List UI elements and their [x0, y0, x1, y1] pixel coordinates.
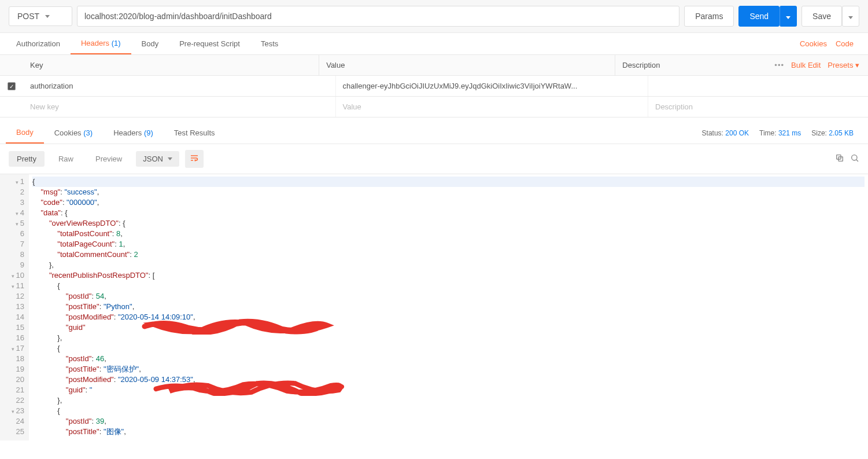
method-select[interactable]: POST: [9, 6, 72, 26]
json-content[interactable]: { "msg": "success", "code": "000000", "d…: [29, 174, 868, 440]
col-desc: Description: [615, 55, 766, 75]
tab-headers[interactable]: Headers (1): [71, 33, 131, 54]
col-key: Key: [23, 55, 319, 75]
wrap-icon[interactable]: [185, 150, 204, 168]
header-row-1[interactable]: ✓ authorization challenger-eyJhbGciOiJIU…: [0, 76, 868, 97]
headers-table-header: Key Value Description ••• Bulk Edit Pres…: [0, 55, 868, 76]
header-key[interactable]: authorization: [23, 76, 336, 96]
col-value: Value: [319, 55, 615, 75]
code-link[interactable]: Code: [836, 39, 854, 48]
header-desc[interactable]: [648, 80, 868, 92]
tab-prerequest[interactable]: Pre-request Script: [169, 34, 250, 54]
request-url-bar: POST Params Send Save: [0, 0, 868, 33]
resp-tab-headers[interactable]: Headers (9): [103, 123, 164, 143]
url-input[interactable]: [77, 6, 679, 27]
send-caret-button[interactable]: [780, 6, 797, 27]
request-tabs: Authorization Headers (1) Body Pre-reque…: [0, 33, 868, 55]
header-value[interactable]: challenger-eyJhbGciOiJIUzUxMiJ9.eyJqdGki…: [336, 76, 649, 96]
tab-tests[interactable]: Tests: [250, 34, 289, 54]
search-icon[interactable]: [850, 153, 859, 164]
response-viewer-bar: Pretty Raw Preview JSON: [0, 144, 868, 174]
time-display: Time: 321 ms: [759, 129, 801, 137]
tab-headers-count: (1): [112, 39, 121, 47]
new-value-input[interactable]: Value: [336, 97, 649, 117]
chevron-down-icon: [786, 16, 791, 19]
cookies-link[interactable]: Cookies: [800, 39, 827, 48]
save-caret-button[interactable]: [842, 6, 859, 27]
format-select[interactable]: JSON: [136, 151, 179, 167]
resp-tab-testresults[interactable]: Test Results: [164, 123, 226, 143]
line-gutter: 12345 678910 1112131415 1617181920 21222…: [0, 174, 29, 440]
response-body: 12345 678910 1112131415 1617181920 21222…: [0, 174, 868, 440]
raw-button[interactable]: Raw: [50, 151, 82, 167]
new-desc-input[interactable]: Description: [648, 97, 868, 117]
more-icon[interactable]: •••: [774, 61, 784, 69]
copy-icon[interactable]: [835, 153, 844, 164]
tab-authorization[interactable]: Authorization: [6, 34, 71, 54]
size-display: Size: 2.05 KB: [811, 129, 854, 137]
response-tabs: Body Cookies (3) Headers (9) Test Result…: [0, 122, 868, 144]
send-button[interactable]: Send: [738, 6, 780, 27]
save-button[interactable]: Save: [801, 6, 842, 27]
header-row-new[interactable]: New key Value Description: [0, 97, 868, 117]
status-display: Status: 200 OK: [702, 129, 749, 137]
new-key-input[interactable]: New key: [23, 97, 336, 117]
resp-tab-body[interactable]: Body: [6, 122, 44, 144]
presets-link[interactable]: Presets ▾: [828, 61, 859, 69]
resp-tab-cookies[interactable]: Cookies (3): [44, 123, 103, 143]
pretty-button[interactable]: Pretty: [9, 151, 45, 167]
row-checkbox[interactable]: ✓: [8, 82, 16, 90]
bulk-edit-link[interactable]: Bulk Edit: [791, 61, 821, 69]
svg-point-2: [852, 155, 857, 160]
tab-headers-label: Headers: [81, 39, 109, 47]
method-label: POST: [17, 12, 39, 21]
chevron-down-icon: [848, 16, 853, 19]
preview-button[interactable]: Preview: [87, 151, 130, 167]
chevron-down-icon: [168, 157, 172, 160]
tab-body[interactable]: Body: [131, 34, 169, 54]
chevron-down-icon: [45, 15, 50, 18]
params-button[interactable]: Params: [684, 6, 734, 27]
